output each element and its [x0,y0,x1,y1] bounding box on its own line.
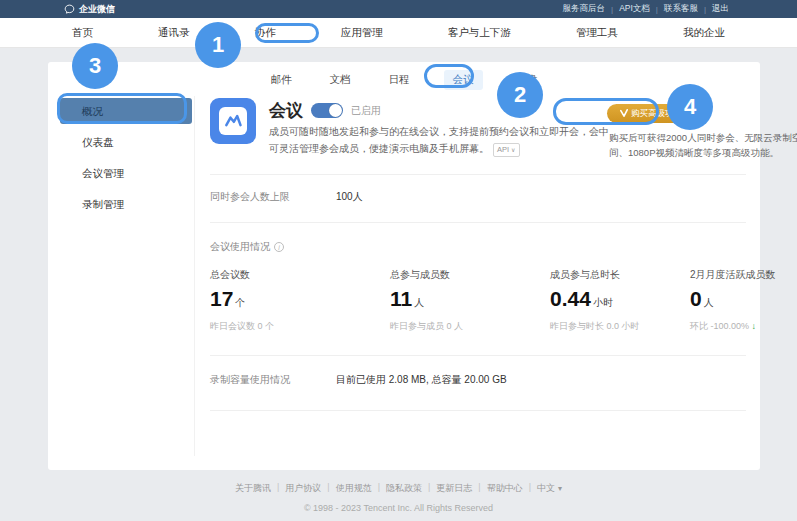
annotation-step-1: 1 [195,22,241,68]
stat-total-participants: 总参与成员数 11人 昨日参与成员 0 人 [390,268,550,333]
sidebar-item-dashboard[interactable]: 仪表盘 [60,129,192,155]
main-nav: 首页 通讯录 协作 应用管理 客户与上下游 管理工具 我的企业 [0,18,797,48]
usage-section-title: 会议使用情况 i [210,240,284,254]
subtab-mail[interactable]: 邮件 [267,70,296,90]
stat-total-duration: 成员参与总时长 0.44小时 昨日参与时长 0.0 小时 [550,268,647,333]
stat-label: 总会议数 [210,268,390,282]
stat-subtext: 昨日参与时长 0.0 小时 [550,320,647,333]
footer-link-usage-rules[interactable]: 使用规范 [336,482,372,495]
subtab-docs[interactable]: 文档 [326,70,355,90]
topbar: 企业微信 服务商后台| API文档| 联系客服| 退出 [0,0,797,18]
nav-item-customers[interactable]: 客户与上下游 [448,26,511,40]
footer-link-user-agreement[interactable]: 用户协议 [285,482,321,495]
annotation-step-2: 2 [497,72,543,118]
api-docs-link[interactable]: API文档 [619,3,650,15]
app-title-row: 会议 已启用 [269,99,381,122]
divider [210,222,746,223]
footer-links: 关于腾讯| 用户协议| 使用规范| 隐私政策| 更新日志| 帮助中心| 中文 [0,482,797,495]
subtab-calendar[interactable]: 日程 [385,70,414,90]
nav-item-contacts[interactable]: 通讯录 [158,26,190,40]
footer-link-about[interactable]: 关于腾讯 [235,482,271,495]
stat-value: 0.44小时 [550,287,647,311]
stat-subtext: 昨日会议数 0 个 [210,320,390,333]
chat-bubble-icon [64,4,75,15]
recording-usage-value: 目前已使用 2.08 MB, 总容量 20.00 GB [336,373,507,387]
stat-label: 2月月度活跃成员数 [690,268,797,282]
info-icon[interactable]: i [274,242,284,252]
language-selector[interactable]: 中文 [537,482,562,495]
wecom-logo[interactable]: 企业微信 [64,3,115,16]
sidebar-item-meeting-management[interactable]: 会议管理 [60,160,192,186]
stat-total-meetings: 总会议数 17个 昨日会议数 0 个 [210,268,390,333]
app-description: 成员可随时随地发起和参与的在线会议，支持提前预约会议和立即开会，会中可灵活管理参… [269,124,611,157]
footer-link-help[interactable]: 帮助中心 [487,482,523,495]
logout-link[interactable]: 退出 [712,3,729,15]
status-badge: 已启用 [351,104,381,118]
meeting-enabled-toggle[interactable] [311,103,343,118]
stat-label: 成员参与总时长 [550,268,647,282]
annotation-step-4: 4 [667,84,713,130]
contact-support-link[interactable]: 联系客服 [664,3,698,15]
nav-item-home[interactable]: 首页 [72,26,93,40]
collaboration-subtabs: 邮件 文档 日程 会议 微盘 [48,70,760,90]
trend-down-icon [752,321,757,331]
buy-premium-description: 购买后可获得2000人同时参会、无限云录制空间、1080P视频清晰度等多项高级功… [609,131,797,160]
sidebar: 概况 仪表盘 会议管理 录制管理 [60,98,192,222]
page-title: 会议 [269,99,303,122]
topbar-links: 服务商后台| API文档| 联系客服| 退出 [563,3,729,15]
capacity-label: 同时参会人数上限 [210,190,290,204]
toggle-knob [329,104,342,117]
copyright: © 1998 - 2023 Tencent Inc. All Rights Re… [0,503,797,513]
footer-link-privacy[interactable]: 隐私政策 [386,482,422,495]
nav-item-apps[interactable]: 应用管理 [341,26,383,40]
stat-subtext: 昨日参与成员 0 人 [390,320,550,333]
api-dropdown[interactable]: API [493,143,520,157]
nav-item-admin-tools[interactable]: 管理工具 [576,26,618,40]
sidebar-divider [194,96,195,456]
recording-usage-label: 录制容量使用情况 [210,373,290,387]
annotation-step-3: 3 [72,43,118,89]
divider [210,174,746,175]
sidebar-item-recording-management[interactable]: 录制管理 [60,191,192,217]
divider [210,355,746,356]
sidebar-item-overview[interactable]: 概况 [60,98,192,124]
stat-monthly-active: 2月月度活跃成员数 0人 环比 -100.00% [690,268,797,333]
usage-stats: 总会议数 17个 昨日会议数 0 个 总参与成员数 11人 昨日参与成员 0 人… [210,268,746,333]
nav-item-my-company[interactable]: 我的企业 [683,26,725,40]
stat-label: 总参与成员数 [390,268,550,282]
nav-item-collaboration[interactable]: 协作 [255,26,276,40]
stat-value: 0人 [690,287,797,311]
stat-value: 11人 [390,287,550,311]
provider-console-link[interactable]: 服务商后台 [563,3,606,15]
subtab-meeting[interactable]: 会议 [444,70,483,90]
stat-value: 17个 [210,287,390,311]
footer: 关于腾讯| 用户协议| 使用规范| 隐私政策| 更新日志| 帮助中心| 中文 ©… [0,482,797,513]
stat-subtext: 环比 -100.00% [690,320,797,333]
caret-down-icon [509,145,515,154]
caret-down-icon [555,483,562,493]
meeting-app-icon [210,98,256,144]
divider [210,410,746,411]
content-card: 邮件 文档 日程 会议 微盘 概况 仪表盘 会议管理 录制管理 会议 已启用 成… [48,62,760,470]
footer-link-changelog[interactable]: 更新日志 [436,482,472,495]
premium-icon [620,109,628,119]
logo-text: 企业微信 [79,3,115,16]
meeting-app-icon-glyph [219,107,247,135]
capacity-value: 100人 [336,190,363,204]
